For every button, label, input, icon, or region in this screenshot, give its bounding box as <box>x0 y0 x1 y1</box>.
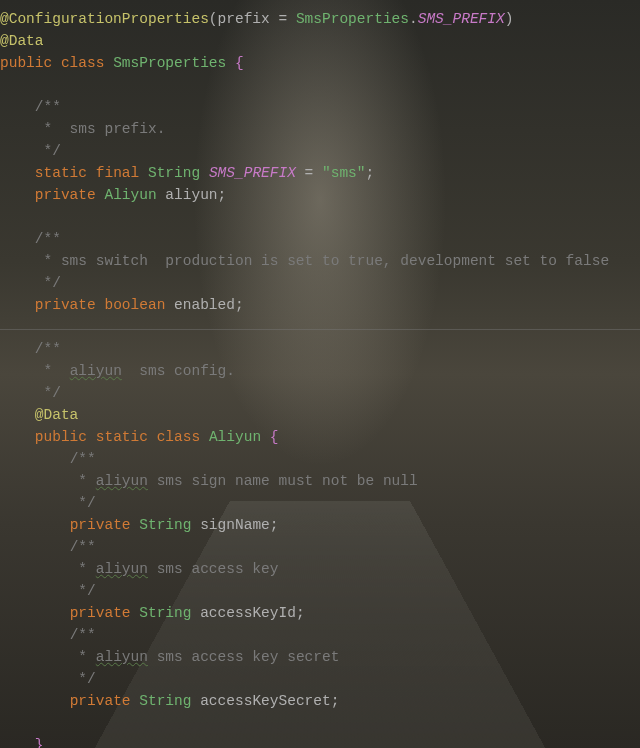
comment: /** <box>70 539 96 555</box>
keyword: final <box>96 165 140 181</box>
comment: */ <box>70 495 96 511</box>
annotation: @Data <box>35 407 79 423</box>
annotation: @Data <box>0 33 44 49</box>
comment: */ <box>70 583 96 599</box>
comment: * aliyun sms config. <box>35 363 235 379</box>
keyword: class <box>157 429 201 445</box>
keyword: private <box>35 297 96 313</box>
brace: { <box>270 429 279 445</box>
const-decl: SMS_PREFIX <box>209 165 296 181</box>
string-literal: "sms" <box>322 165 366 181</box>
comment: /** <box>35 231 61 247</box>
keyword: private <box>70 605 131 621</box>
field: enabled <box>174 297 235 313</box>
typo: aliyun <box>96 473 148 489</box>
keyword: static <box>96 429 148 445</box>
comment: */ <box>70 671 96 687</box>
keyword: private <box>70 693 131 709</box>
type: String <box>139 605 191 621</box>
dot: . <box>409 11 418 27</box>
comment: */ <box>35 143 61 159</box>
comment: */ <box>35 275 61 291</box>
keyword: boolean <box>104 297 165 313</box>
keyword: class <box>61 55 105 71</box>
type: String <box>139 693 191 709</box>
annotation: @ConfigurationProperties <box>0 11 209 27</box>
keyword: public <box>0 55 52 71</box>
brace: { <box>235 55 244 71</box>
typo: aliyun <box>96 649 148 665</box>
comment: */ <box>35 385 61 401</box>
paren: ) <box>505 11 514 27</box>
comment: * aliyun sms access key secret <box>70 649 340 665</box>
typo: aliyun <box>70 363 122 379</box>
field: signName <box>200 517 270 533</box>
class-name: Aliyun <box>209 429 261 445</box>
semi: ; <box>366 165 375 181</box>
keyword: private <box>35 187 96 203</box>
type: Aliyun <box>104 187 156 203</box>
keyword: public <box>35 429 87 445</box>
equals: = <box>270 11 296 27</box>
typo: aliyun <box>96 561 148 577</box>
comment: /** <box>70 627 96 643</box>
class-name: SmsProperties <box>113 55 226 71</box>
comment: /** <box>35 341 61 357</box>
comment: * aliyun sms access key <box>70 561 279 577</box>
semi: ; <box>331 693 340 709</box>
type: String <box>139 517 191 533</box>
brace: } <box>35 737 44 748</box>
comment: * aliyun sms sign name must not be null <box>70 473 418 489</box>
semi: ; <box>270 517 279 533</box>
keyword: private <box>70 517 131 533</box>
semi: ; <box>235 297 244 313</box>
semi: ; <box>218 187 227 203</box>
class-ref: SmsProperties <box>296 11 409 27</box>
keyword: static <box>35 165 87 181</box>
equals: = <box>296 165 322 181</box>
field: accessKeySecret <box>200 693 331 709</box>
paren: ( <box>209 11 218 27</box>
type: String <box>148 165 200 181</box>
field: accessKeyId <box>200 605 296 621</box>
comment: /** <box>35 99 61 115</box>
comment: /** <box>70 451 96 467</box>
comment: * sms prefix. <box>35 121 166 137</box>
const-ref: SMS_PREFIX <box>418 11 505 27</box>
param-name: prefix <box>218 11 270 27</box>
comment: * sms switch production is set to true, … <box>35 253 609 269</box>
code-block: @ConfigurationProperties(prefix = SmsPro… <box>0 0 640 748</box>
semi: ; <box>296 605 305 621</box>
field: aliyun <box>165 187 217 203</box>
